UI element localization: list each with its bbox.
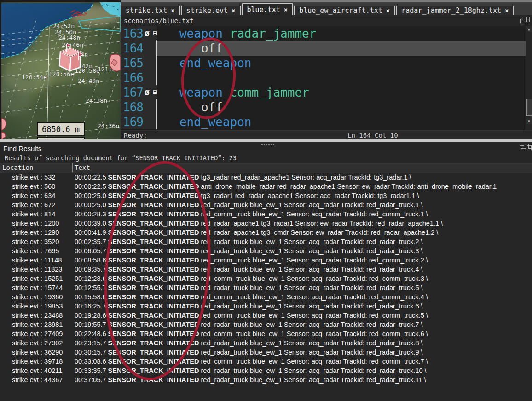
result-row[interactable]: strike.evt : 129000:00:41.9 SENSOR_TRACK…: [0, 228, 532, 237]
tab-strike.evt[interactable]: strike.evt×: [181, 6, 241, 15]
result-row[interactable]: strike.evt : 1574400:12:55.7 SENSOR_TRAC…: [0, 283, 532, 292]
result-row[interactable]: strike.evt : 1985300:16:25.7 SENSOR_TRAC…: [0, 302, 532, 311]
result-text: 00:06:05.7 SENSOR_TRACK_INITIATED red_ra…: [75, 246, 532, 256]
result-text: 00:02:35.7 SENSOR_TRACK_INITIATED red_ra…: [75, 237, 532, 246]
line-number: 166: [123, 71, 143, 85]
splitter-grip-icon[interactable]: [261, 144, 274, 145]
result-row[interactable]: strike.evt : 1182300:09:35.7 SENSOR_TRAC…: [0, 265, 532, 274]
tab-blue.txt[interactable]: blue.txt×: [242, 3, 293, 15]
code-line-167[interactable]: 167ø⊟ weapon comm_jammer: [121, 85, 532, 100]
result-row[interactable]: strike.evt : 56000:00:22.5 SENSOR_TRACK_…: [0, 182, 532, 191]
result-row[interactable]: strike.evt : 67200:00:25.0 SENSOR_TRACK_…: [0, 200, 532, 209]
find-results-panel: Find Results Results of searching docume…: [0, 142, 532, 401]
float-window-icon[interactable]: [521, 144, 526, 149]
scroll-up-icon[interactable]: ▲: [526, 26, 532, 32]
result-text: 00:33:08.6 SENSOR_TRACK_INITIATED red_co…: [75, 357, 532, 366]
result-row[interactable]: strike.evt : 81400:00:28.3 SENSOR_TRACK_…: [0, 209, 532, 219]
result-text: 00:22:48.6 SENSOR_TRACK_INITIATED red_co…: [75, 329, 532, 338]
tab-close-icon[interactable]: ×: [386, 7, 390, 14]
scroll-down-icon[interactable]: ▼: [526, 118, 532, 124]
result-location: strike.evt : 3520: [0, 237, 75, 246]
line-number-gutter[interactable]: 164: [121, 41, 157, 56]
result-row[interactable]: strike.evt : 3629000:30:15.7 SENSOR_TRAC…: [0, 348, 532, 357]
result-row[interactable]: strike.evt : 2398100:19:55.7 SENSOR_TRAC…: [0, 320, 532, 329]
visibility-off-icon[interactable]: ø: [145, 85, 150, 99]
column-header-location[interactable]: Location: [2, 163, 33, 172]
tab-close-icon[interactable]: ×: [231, 7, 235, 14]
grid-label: 24:48n: [58, 34, 80, 41]
result-row[interactable]: strike.evt : 120000:00:39.0 SENSOR_TRACK…: [0, 219, 532, 228]
code-text: weapon comm_jammer: [157, 85, 532, 100]
result-row[interactable]: strike.evt : 1114800:08:58.6 SENSOR_TRAC…: [0, 256, 532, 265]
result-text: 00:33:35.7 SENSOR_TRACK_INITIATED red_ra…: [75, 366, 532, 375]
close-panel-icon[interactable]: [528, 144, 531, 149]
line-number-gutter[interactable]: 163ø⊟: [121, 26, 157, 41]
result-row[interactable]: strike.evt : 352000:02:35.7 SENSOR_TRACK…: [0, 237, 532, 246]
line-number-gutter[interactable]: 165: [121, 56, 157, 70]
code-line-164[interactable]: 164 off: [121, 41, 532, 56]
line-number-gutter[interactable]: 169: [121, 115, 157, 129]
tab-radar_jammer_2_18ghz.txt[interactable]: radar_jammer_2_18ghz.txt×: [396, 6, 514, 15]
result-text: 00:12:55.7 SENSOR_TRACK_INITIATED red_ra…: [75, 283, 532, 292]
float-window-icon[interactable]: [522, 17, 527, 22]
result-location: strike.evt : 27902: [0, 338, 75, 348]
code-line-165[interactable]: 165 end_weapon: [121, 56, 532, 70]
code-lines: 163ø⊟ weapon radar_jammer164 off165 end_…: [121, 26, 532, 129]
code-line-169[interactable]: 169 end_weapon: [121, 115, 532, 129]
breadcrumb: scenarios/blue.txt: [121, 17, 194, 24]
tab-close-icon[interactable]: ×: [284, 6, 288, 13]
map-view[interactable]: 24:52n24:50n24:48n24:46n24:44n24:42n24:4…: [1, 2, 121, 139]
result-text: 00:12:28.6 SENSOR_TRACK_INITIATED red_co…: [75, 274, 532, 283]
column-divider[interactable]: [72, 163, 73, 172]
result-location: strike.evt : 532: [0, 173, 75, 182]
line-number: 168: [123, 100, 143, 114]
close-panel-icon[interactable]: [529, 17, 532, 22]
code-editor[interactable]: 163ø⊟ weapon radar_jammer164 off165 end_…: [121, 26, 532, 130]
result-row[interactable]: strike.evt : 4436700:37:05.7 SENSOR_TRAC…: [0, 375, 532, 384]
result-location: strike.evt : 23981: [0, 320, 75, 329]
fold-collapse-icon[interactable]: ⊟: [153, 85, 157, 99]
result-row[interactable]: strike.evt : 63400:00:25.0 SENSOR_TRACK_…: [0, 191, 532, 200]
result-row[interactable]: strike.evt : 4021100:33:35.7 SENSOR_TRAC…: [0, 366, 532, 375]
tab-strike.txt[interactable]: strike.txt×: [121, 6, 180, 15]
result-text: 00:08:58.6 SENSOR_TRACK_INITIATED red_co…: [75, 256, 532, 265]
result-location: strike.evt : 634: [0, 191, 75, 200]
line-number-gutter[interactable]: 166: [121, 70, 157, 85]
line-number: 169: [123, 115, 143, 129]
result-text: 00:16:25.7 SENSOR_TRACK_INITIATED red_ra…: [75, 302, 532, 311]
result-row[interactable]: strike.evt : 53200:00:22.5 SENSOR_TRACK_…: [0, 173, 532, 182]
fold-collapse-icon[interactable]: ⊟: [153, 26, 157, 40]
scrollbar-thumb[interactable]: [526, 99, 532, 116]
line-number-gutter[interactable]: 168: [121, 100, 157, 115]
line-number: 167: [123, 86, 143, 99]
result-row[interactable]: strike.evt : 2348800:19:28.6 SENSOR_TRAC…: [0, 311, 532, 320]
breadcrumb-row: scenarios/blue.txt: [121, 15, 532, 26]
result-text: 00:37:05.7 SENSOR_TRACK_INITIATED red_ra…: [75, 375, 532, 384]
result-location: strike.evt : 19360: [0, 292, 75, 302]
result-text: 00:00:22.5 SENSOR_TRACK_INITIATED anti_d…: [75, 182, 532, 191]
tab-close-icon[interactable]: ×: [505, 7, 509, 14]
editor-scrollbar[interactable]: ▲ ▼: [526, 26, 532, 130]
code-line-168[interactable]: 168 off: [121, 100, 532, 115]
tab-label: strike.txt: [126, 6, 167, 15]
result-row[interactable]: strike.evt : 2740900:22:48.6 SENSOR_TRAC…: [0, 329, 532, 338]
code-line-163[interactable]: 163ø⊟ weapon radar_jammer: [121, 26, 532, 41]
column-header-text[interactable]: Text: [75, 163, 90, 172]
line-number-gutter[interactable]: 167ø⊟: [121, 85, 157, 100]
tab-close-icon[interactable]: ×: [171, 7, 174, 14]
result-text: 00:00:41.9 SENSOR_TRACK_INITIATED red_ra…: [75, 228, 532, 237]
visibility-off-icon[interactable]: ø: [145, 26, 150, 40]
result-row[interactable]: strike.evt : 1525100:12:28.6 SENSOR_TRAC…: [0, 274, 532, 283]
result-text: 00:15:58.6 SENSOR_TRACK_INITIATED red_co…: [75, 292, 532, 302]
line-number: 164: [123, 41, 143, 55]
result-row[interactable]: strike.evt : 769500:06:05.7 SENSOR_TRACK…: [0, 246, 532, 256]
grid-label: 120:54e: [22, 74, 47, 81]
line-number: 165: [123, 56, 143, 70]
tab-blue_ew_aircraft.txt[interactable]: blue_ew_aircraft.txt×: [294, 6, 395, 15]
code-line-166[interactable]: 166: [121, 70, 532, 85]
result-row[interactable]: strike.evt : 1936000:15:58.6 SENSOR_TRAC…: [0, 292, 532, 302]
result-row[interactable]: strike.evt : 2790200:23:15.7 SENSOR_TRAC…: [0, 338, 532, 348]
result-text: 00:30:15.7 SENSOR_TRACK_INITIATED red_ra…: [75, 348, 532, 357]
result-row[interactable]: strike.evt : 3971800:33:08.6 SENSOR_TRAC…: [0, 357, 532, 366]
editor-status-bar: Ready: Ln 164 Col 10: [121, 130, 532, 140]
